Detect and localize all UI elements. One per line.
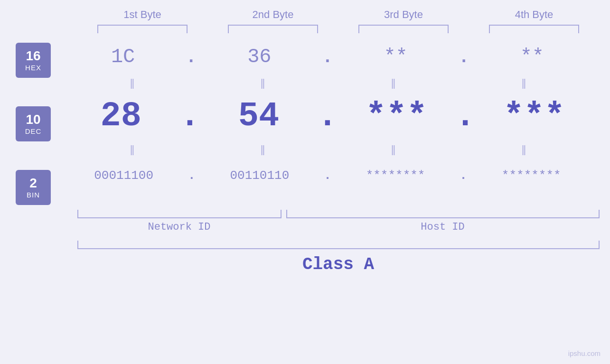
bin-val-4: ******** (496, 168, 567, 183)
hex-val-4: ** (497, 46, 568, 68)
dec-val-2: 54 (223, 97, 294, 136)
bin-cell-4: ******** (479, 168, 583, 183)
dec-cell-4: *** (482, 97, 586, 136)
bracket-3 (358, 25, 449, 33)
byte1-header: 1st Byte (90, 9, 195, 21)
bin-cell-1: 00011100 (72, 168, 176, 183)
bin-badge: 2 BIN (16, 170, 51, 205)
hex-val-2: 36 (224, 46, 295, 68)
eq2-4: || (471, 143, 576, 156)
dec-cell-1: 28 (69, 97, 173, 136)
eq2-3: || (341, 143, 445, 156)
bracket-line-row (77, 210, 600, 218)
rows-area: 16 HEX 10 DEC 2 BIN 1C . 36 (0, 38, 610, 205)
bin-dot-3: . (460, 168, 467, 183)
dec-cell-3: *** (344, 97, 449, 136)
hex-cell-4: ** (480, 46, 584, 68)
eq2-1: || (80, 143, 184, 156)
bin-val-1: 00011100 (88, 168, 160, 183)
equals-row-1: || || || || (66, 76, 589, 90)
id-labels-row: Network ID Host ID (77, 221, 600, 233)
bin-val-2: 00110110 (224, 168, 295, 183)
equals-row-2: || || || || (66, 142, 589, 157)
hex-dot-2: . (322, 47, 333, 67)
main-container: 1st Byte 2nd Byte 3rd Byte 4th Byte 16 H… (0, 0, 610, 364)
dec-row: 28 . 54 . *** . *** (66, 90, 589, 142)
dec-val-4: *** (498, 97, 570, 136)
byte2-header: 2nd Byte (221, 9, 325, 21)
dec-cell-2: 54 (206, 97, 311, 136)
hex-cell-3: ** (344, 46, 448, 68)
byte3-header: 3rd Byte (351, 9, 456, 21)
network-id-label: Network ID (77, 221, 282, 233)
eq2-2: || (210, 143, 315, 156)
hex-dot-1: . (186, 47, 197, 67)
data-area: 1C . 36 . ** . ** || || || || (66, 38, 610, 205)
bracket-1 (97, 25, 188, 33)
hex-row: 1C . 36 . ** . ** (66, 38, 589, 76)
bin-cell-2: 00110110 (207, 168, 312, 183)
label-column: 16 HEX 10 DEC 2 BIN (0, 38, 66, 205)
bin-val-3: ******** (360, 168, 431, 183)
bin-cell-3: ******** (343, 168, 448, 183)
hex-cell-1: 1C (71, 46, 175, 68)
byte-headers: 1st Byte 2nd Byte 3rd Byte 4th Byte (77, 9, 600, 21)
host-id-label: Host ID (286, 221, 600, 233)
hex-val-1: 1C (87, 46, 159, 68)
bracket-4 (489, 25, 579, 33)
hex-cell-2: 36 (207, 46, 311, 68)
dec-dot-2: . (317, 97, 338, 136)
dec-dot-3: . (455, 97, 476, 136)
net-bracket (77, 210, 282, 218)
overall-bracket (77, 241, 600, 249)
dec-val-1: 28 (85, 97, 157, 136)
eq1-4: || (471, 77, 576, 89)
bottom-bracket-area: Network ID Host ID (77, 210, 600, 233)
eq1-2: || (210, 77, 315, 89)
hex-val-3: ** (360, 46, 432, 68)
dec-dot-1: . (179, 97, 200, 136)
hex-badge: 16 HEX (16, 43, 51, 78)
byte4-header: 4th Byte (482, 9, 586, 21)
class-label-row: Class A (77, 255, 600, 274)
class-label: Class A (302, 255, 374, 274)
eq1-1: || (80, 77, 184, 89)
dec-val-3: *** (361, 97, 432, 136)
bin-row: 00011100 . 00110110 . ******** . *******… (66, 157, 589, 195)
bin-dot-1: . (188, 168, 196, 183)
overall-bracket-row (77, 241, 600, 249)
host-bracket (286, 210, 600, 218)
top-bracket-row (77, 25, 600, 33)
dec-badge: 10 DEC (16, 106, 51, 141)
hex-dot-3: . (459, 47, 469, 67)
eq1-3: || (341, 77, 445, 89)
bracket-2 (228, 25, 318, 33)
bin-dot-2: . (324, 168, 331, 183)
watermark: ipshu.com (568, 349, 601, 357)
